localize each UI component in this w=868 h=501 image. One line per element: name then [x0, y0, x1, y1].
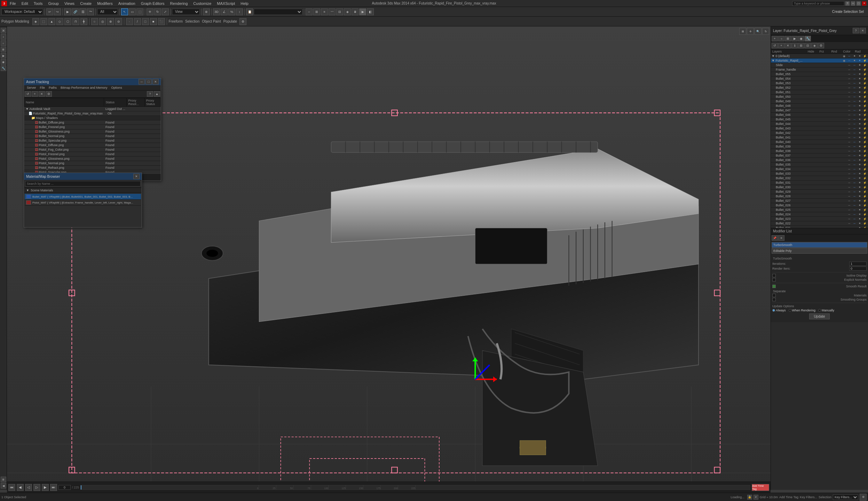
- layer-freeze-icon[interactable]: ─: [852, 113, 857, 117]
- layer-freeze-icon[interactable]: ─: [852, 199, 857, 202]
- table-row[interactable]: 📄 Futuristic_Rapid_Fire_Pistol_Grey_max_…: [24, 111, 161, 116]
- layer-render-icon[interactable]: ■: [857, 204, 862, 207]
- layer-row[interactable]: Bullet_031 ─ ─ ■ ⚡: [771, 181, 868, 185]
- layer-hide-icon[interactable]: ─: [847, 181, 852, 184]
- layer-freeze-icon[interactable]: ─: [852, 141, 857, 144]
- layer-row[interactable]: Bullet_026 ─ ─ ■ ⚡: [771, 203, 868, 208]
- layer-freeze-icon[interactable]: ─: [852, 177, 857, 180]
- layer-color-icon[interactable]: ■: [857, 59, 862, 62]
- layer-hide-icon[interactable]: ─: [847, 118, 852, 121]
- layer-row[interactable]: Bullet_050 ─ ─ ■ ⚡: [771, 95, 868, 99]
- layer-row[interactable]: Bullet_051 ─ ─ ■ ⚡: [771, 90, 868, 95]
- layer-row[interactable]: Bullet_033 ─ ─ ■ ⚡: [771, 172, 868, 176]
- rotate-btn[interactable]: ↻: [154, 8, 161, 15]
- tab-create[interactable]: +: [772, 36, 778, 41]
- timeline-track[interactable]: 0 25 50 75 100 125 150 175 200 225: [80, 485, 750, 490]
- layer-render-icon[interactable]: ■: [857, 145, 862, 148]
- poly-shrink-btn[interactable]: ⊖: [115, 18, 122, 25]
- isoline-checkbox[interactable]: [772, 274, 776, 277]
- layer-toolbar-expand[interactable]: ⊞: [798, 43, 804, 48]
- layer-toolbar-add[interactable]: +: [778, 43, 784, 48]
- mod-tab-config[interactable]: ≡: [778, 235, 784, 241]
- layer-radiosity-icon[interactable]: ⚡: [862, 141, 867, 144]
- layer-radiosity-icon[interactable]: ⚡: [862, 177, 867, 180]
- layer-hide-icon[interactable]: ─: [847, 104, 852, 108]
- menu-graph-editors[interactable]: Graph Editors: [138, 1, 167, 6]
- layer-hide-icon[interactable]: ─: [847, 190, 852, 193]
- tab-display[interactable]: ◉: [798, 36, 804, 41]
- layer-row[interactable]: Bullet_032 ─ ─ ■ ⚡: [771, 176, 868, 181]
- layer-hide-icon[interactable]: ─: [847, 73, 852, 76]
- asset-menu-file[interactable]: File: [38, 86, 47, 90]
- layer-hide-icon[interactable]: ─: [847, 213, 852, 216]
- asset-panel-minimize[interactable]: ─: [139, 79, 145, 85]
- layer-freeze-icon[interactable]: ─: [852, 222, 857, 225]
- status-grid-icon[interactable]: #: [753, 495, 758, 500]
- asset-add-btn[interactable]: +: [32, 91, 38, 97]
- bind-to-space-warp[interactable]: 〜: [87, 8, 94, 15]
- layer-render-icon[interactable]: ■: [857, 213, 862, 216]
- layer-freeze-icon[interactable]: ─: [852, 190, 857, 193]
- menu-create[interactable]: Create: [77, 1, 94, 6]
- layers-list[interactable]: ▼ 0 (default) ◉ ─ ■ ■ ⚡ ▼ Futuristic_Rap…: [771, 54, 868, 228]
- layer-hide-icon[interactable]: ─: [847, 195, 852, 198]
- vp-orbit-btn[interactable]: ↻: [762, 28, 769, 35]
- layer-hide-icon[interactable]: ─: [847, 199, 852, 202]
- timeline-next-key[interactable]: ▶: [42, 484, 49, 491]
- ref-coord-dropdown[interactable]: View: [172, 9, 200, 15]
- mat-item-pistol[interactable]: Pistol_MAT { VRayMtl } [Extractor, Frame…: [25, 200, 141, 206]
- material-browser-header[interactable]: Material/Map Browser ✕: [24, 173, 142, 180]
- layer-radiosity-icon[interactable]: ⚡: [862, 186, 867, 189]
- layer-color-icon[interactable]: ■: [857, 55, 862, 58]
- layer-freeze-icon[interactable]: ─: [847, 59, 852, 62]
- named-sel-dropdown[interactable]: [254, 9, 302, 15]
- asset-remove-btn[interactable]: ✕: [39, 91, 45, 97]
- asset-tracking-header[interactable]: Asset Tracking ─ □ ✕: [24, 78, 161, 85]
- layer-render-icon[interactable]: ■: [857, 154, 862, 157]
- sidebar-command-panel[interactable]: ⌘: [1, 28, 6, 33]
- layer-freeze-icon[interactable]: ─: [852, 145, 857, 148]
- layer-render-icon[interactable]: ■: [852, 59, 857, 62]
- layer-render-icon[interactable]: ■: [857, 86, 862, 89]
- border-btn[interactable]: □: [142, 18, 149, 25]
- layer-render-icon[interactable]: ■: [852, 55, 857, 58]
- layer-freeze-icon[interactable]: ─: [852, 163, 857, 166]
- layer-row[interactable]: Bullet_053 ─ ─ ■ ⚡: [771, 81, 868, 86]
- layer-row-default[interactable]: ▼ 0 (default) ◉ ─ ■ ■ ⚡: [771, 54, 868, 58]
- poly-select-btn[interactable]: ⬚: [40, 18, 47, 25]
- tab-utilities[interactable]: 🔧: [805, 36, 811, 41]
- layer-render-icon[interactable]: ■: [857, 104, 862, 108]
- layer-row[interactable]: Bullet_035 ─ ─ ■ ⚡: [771, 162, 868, 167]
- layer-radiosity-icon[interactable]: ⚡: [862, 213, 867, 216]
- layer-render-icon[interactable]: ■: [857, 113, 862, 117]
- poly-face-btn[interactable]: ■: [150, 18, 157, 25]
- layer-radiosity-icon[interactable]: ⚡: [862, 204, 867, 207]
- asset-menu-paths[interactable]: Paths: [47, 86, 58, 90]
- update-button[interactable]: Update: [809, 313, 829, 319]
- menu-group[interactable]: Group: [45, 1, 62, 6]
- layer-render-icon[interactable]: ■: [857, 159, 862, 162]
- materials-checkbox[interactable]: [772, 294, 776, 297]
- layer-radiosity-icon[interactable]: ⚡: [862, 159, 867, 162]
- mirror-btn[interactable]: ↔: [306, 8, 313, 15]
- layer-freeze-icon[interactable]: ─: [852, 73, 857, 76]
- layer-freeze-icon[interactable]: ─: [852, 86, 857, 89]
- layer-toolbar-collapse[interactable]: ⊟: [805, 43, 811, 48]
- maximize-btn[interactable]: □: [856, 1, 861, 6]
- layer-row[interactable]: Bullet_040 ─ ─ ■ ⚡: [771, 140, 868, 144]
- snap-percent-btn[interactable]: %: [228, 8, 235, 15]
- material-browser-close[interactable]: ✕: [133, 174, 140, 179]
- layer-toolbar-refresh[interactable]: ↺: [772, 43, 778, 48]
- layer-render-icon[interactable]: ■: [857, 132, 862, 135]
- layer-row[interactable]: Bullet_023 ─ ─ ■ ⚡: [771, 217, 868, 221]
- layer-row[interactable]: Bullet_049 ─ ─ ■ ⚡: [771, 99, 868, 104]
- layer-row[interactable]: Bullet_054 ─ ─ ■ ⚡: [771, 77, 868, 81]
- asset-help-btn[interactable]: ?: [147, 91, 153, 97]
- layer-freeze-icon[interactable]: ─: [852, 127, 857, 130]
- table-row[interactable]: 🖼 Pistol_Fog_Color.pngFound: [24, 148, 161, 152]
- layer-radiosity-icon[interactable]: ⚡: [862, 113, 867, 117]
- layer-hide-icon[interactable]: ─: [847, 86, 852, 89]
- layer-row[interactable]: Bullet_038 ─ ─ ■ ⚡: [771, 149, 868, 153]
- menu-rendering[interactable]: Rendering: [167, 1, 191, 6]
- poly-grow-btn[interactable]: ⊕: [107, 18, 114, 25]
